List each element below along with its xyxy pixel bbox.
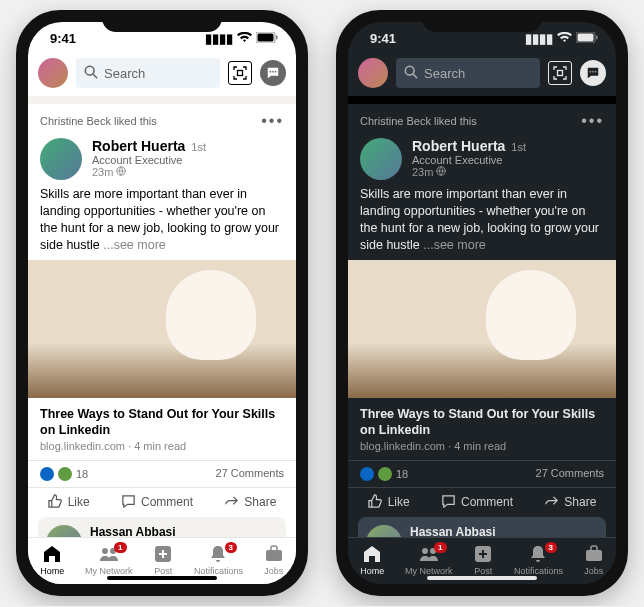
see-more-button[interactable]: ...see more	[100, 238, 166, 252]
article-source: blog.linkedin.com · 4 min read	[40, 440, 284, 452]
post-header[interactable]: Robert Huerta 1st Account Executive 23m	[28, 134, 296, 186]
social-proof-row: Christine Beck liked this •••	[348, 104, 616, 134]
search-input[interactable]: Search	[396, 58, 540, 88]
home-icon	[42, 544, 62, 564]
svg-point-22	[595, 71, 597, 73]
post-actions: Like Comment Share	[28, 488, 296, 517]
comment-card[interactable]: Hassan Abbasi Regional Sales Manager at …	[38, 517, 286, 537]
messaging-button[interactable]	[260, 60, 286, 86]
nav-home[interactable]: Home	[360, 544, 384, 576]
svg-rect-15	[578, 33, 594, 41]
reaction-count: 18	[396, 468, 408, 480]
wifi-icon	[557, 31, 572, 46]
search-input[interactable]: Search	[76, 58, 220, 88]
post-icon	[473, 544, 493, 564]
article-source: blog.linkedin.com · 4 min read	[360, 440, 604, 452]
profile-avatar[interactable]	[358, 58, 388, 88]
reaction-like-icon	[360, 467, 374, 481]
post-time: 23m	[92, 166, 113, 178]
nav-notif-badge: 3	[225, 542, 237, 553]
svg-point-7	[272, 71, 274, 73]
battery-icon	[576, 31, 598, 46]
bottom-nav: Home 1 My Network Post 3 Notifications J…	[348, 537, 616, 584]
messaging-button[interactable]	[580, 60, 606, 86]
social-proof-row: Christine Beck liked this •••	[28, 104, 296, 134]
svg-rect-16	[596, 35, 598, 39]
home-icon	[362, 544, 382, 564]
poster-avatar[interactable]	[40, 138, 82, 180]
like-button[interactable]: Like	[48, 494, 90, 509]
commenter-avatar[interactable]	[46, 525, 82, 537]
poster-title: Account Executive	[412, 154, 526, 166]
comment-button[interactable]: Comment	[121, 494, 193, 509]
post-icon	[153, 544, 173, 564]
briefcase-icon	[584, 544, 604, 564]
poster-avatar[interactable]	[360, 138, 402, 180]
nav-network-badge: 1	[114, 542, 126, 553]
nav-network[interactable]: 1 My Network	[85, 544, 133, 576]
nav-notifications[interactable]: 3 Notifications	[514, 544, 563, 576]
nav-home[interactable]: Home	[40, 544, 64, 576]
nav-jobs[interactable]: Jobs	[584, 544, 604, 576]
post-actions: Like Comment Share	[348, 488, 616, 517]
article-card[interactable]: Three Ways to Stand Out for Your Skills …	[28, 398, 296, 461]
briefcase-icon	[264, 544, 284, 564]
post-header[interactable]: Robert Huerta 1st Account Executive 23m	[348, 134, 616, 186]
share-button[interactable]: Share	[544, 494, 596, 509]
poster-name[interactable]: Robert Huerta	[92, 138, 185, 154]
nav-post[interactable]: Post	[473, 544, 493, 576]
post-body: Skills are more important than ever in l…	[348, 186, 616, 260]
battery-icon	[256, 31, 278, 46]
comment-button[interactable]: Comment	[441, 494, 513, 509]
poster-name[interactable]: Robert Huerta	[412, 138, 505, 154]
poster-title: Account Executive	[92, 154, 206, 166]
search-icon	[404, 65, 418, 82]
profile-avatar[interactable]	[38, 58, 68, 88]
social-proof-text: Christine Beck liked this	[40, 115, 157, 127]
top-bar: Search	[28, 54, 296, 96]
post-stats[interactable]: 18 27 Comments	[28, 461, 296, 487]
qr-scan-button[interactable]	[548, 61, 572, 85]
globe-icon	[116, 166, 126, 178]
nav-jobs[interactable]: Jobs	[264, 544, 284, 576]
commenter-avatar[interactable]	[366, 525, 402, 537]
signal-icon: ▮▮▮▮	[525, 31, 553, 46]
phone-dark-mode: 9:41 ▮▮▮▮ Search	[336, 10, 628, 596]
article-card[interactable]: Three Ways to Stand Out for Your Skills …	[348, 398, 616, 461]
article-image[interactable]	[28, 260, 296, 398]
nav-notifications[interactable]: 3 Notifications	[194, 544, 243, 576]
post-menu-button[interactable]: •••	[261, 112, 284, 130]
article-image[interactable]	[348, 260, 616, 398]
article-title: Three Ways to Stand Out for Your Skills …	[360, 406, 604, 439]
notch	[102, 10, 222, 32]
comment-card[interactable]: Hassan Abbasi Regional Sales Manager at …	[358, 517, 606, 537]
search-placeholder: Search	[104, 66, 145, 81]
like-button[interactable]: Like	[368, 494, 410, 509]
svg-point-21	[592, 71, 594, 73]
svg-rect-27	[586, 550, 602, 561]
post-menu-button[interactable]: •••	[581, 112, 604, 130]
nav-post[interactable]: Post	[153, 544, 173, 576]
see-more-button[interactable]: ...see more	[420, 238, 486, 252]
comment-count[interactable]: 27 Comments	[216, 467, 284, 481]
social-proof-text: Christine Beck liked this	[360, 115, 477, 127]
post-body: Skills are more important than ever in l…	[28, 186, 296, 260]
qr-scan-button[interactable]	[228, 61, 252, 85]
svg-point-8	[275, 71, 277, 73]
nav-network[interactable]: 1 My Network	[405, 544, 453, 576]
post-stats[interactable]: 18 27 Comments	[348, 461, 616, 487]
poster-degree: 1st	[511, 141, 526, 153]
svg-point-24	[422, 548, 428, 554]
reaction-celebrate-icon	[378, 467, 392, 481]
share-button[interactable]: Share	[224, 494, 276, 509]
svg-point-10	[102, 548, 108, 554]
comment-count[interactable]: 27 Comments	[536, 467, 604, 481]
reaction-celebrate-icon	[58, 467, 72, 481]
nav-notif-badge: 3	[545, 542, 557, 553]
search-icon	[84, 65, 98, 82]
svg-line-4	[93, 74, 97, 78]
home-indicator	[427, 576, 537, 580]
search-placeholder: Search	[424, 66, 465, 81]
svg-point-6	[270, 71, 272, 73]
globe-icon	[436, 166, 446, 178]
